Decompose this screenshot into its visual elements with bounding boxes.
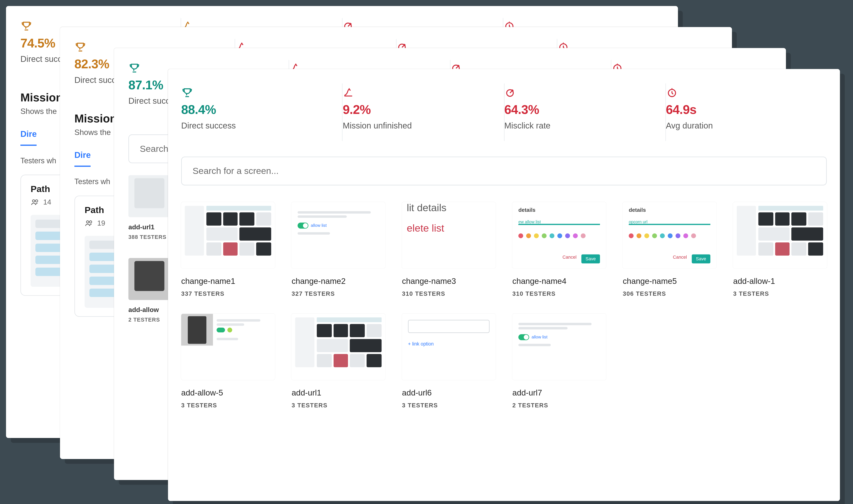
screen-thumbnail bbox=[128, 175, 170, 217]
screen-card[interactable]: add-url1 388 TESTERS bbox=[128, 175, 170, 240]
screen-name: add-allow bbox=[128, 306, 170, 313]
screen-thumbnail: allow list bbox=[512, 314, 606, 380]
screen-name: add-url1 bbox=[292, 388, 385, 397]
clock-icon bbox=[666, 87, 827, 99]
tester-count: 3 TESTERS bbox=[181, 402, 275, 409]
screen-name: add-url7 bbox=[512, 388, 606, 397]
tester-count: 3 TESTERS bbox=[292, 402, 385, 409]
screen-name: change-name3 bbox=[402, 276, 495, 286]
screen-card[interactable]: allow listadd-url72 TESTERS bbox=[512, 314, 606, 409]
screen-name: change-name5 bbox=[623, 276, 716, 286]
metric-value: 9.2% bbox=[343, 103, 504, 117]
tester-count: 2 TESTERS bbox=[128, 317, 170, 323]
tab-direct[interactable]: Dire bbox=[20, 129, 37, 146]
metric-direct-success: 88.4%Direct success bbox=[181, 83, 343, 141]
screen-name: add-allow-1 bbox=[733, 276, 827, 286]
trophy-icon bbox=[181, 87, 342, 99]
screen-card[interactable]: allow listchange-name2327 TESTERS bbox=[292, 202, 385, 297]
screen-thumbnail bbox=[181, 314, 275, 380]
screen-name: change-name1 bbox=[181, 276, 275, 286]
tab-direct[interactable]: Dire bbox=[74, 150, 91, 167]
screen-thumbnail bbox=[292, 314, 385, 380]
tester-count: 3 TESTERS bbox=[733, 290, 827, 297]
metric-mission-unfinished: 9.2%Mission unfinished bbox=[343, 83, 504, 141]
people-icon bbox=[31, 197, 40, 206]
screen-card[interactable]: change-name1337 TESTERS bbox=[181, 202, 275, 297]
screen-name: change-name2 bbox=[292, 276, 385, 286]
metric-label: Misclick rate bbox=[504, 121, 665, 130]
screen-thumbnail bbox=[733, 202, 827, 268]
tester-count: 2 TESTERS bbox=[512, 402, 606, 409]
screen-card[interactable]: detailsew allow listCancelSavechange-nam… bbox=[512, 202, 606, 297]
tester-count: 3 TESTERS bbox=[402, 402, 495, 409]
screen-thumbnail: allow list bbox=[292, 202, 385, 268]
metric-label: Avg duration bbox=[666, 121, 827, 130]
report-window-front: 88.4%Direct success9.2%Mission unfinishe… bbox=[168, 69, 840, 501]
screen-card[interactable]: add-allow-53 TESTERS bbox=[181, 314, 275, 409]
screen-card[interactable]: add-url13 TESTERS bbox=[292, 314, 385, 409]
metric-value: 64.3% bbox=[504, 103, 665, 117]
path-count: 19 bbox=[97, 219, 105, 227]
metric-label: Mission unfinished bbox=[343, 121, 504, 130]
people-icon bbox=[85, 218, 93, 228]
metric-value: 88.4% bbox=[181, 103, 342, 117]
bounce-icon bbox=[343, 87, 504, 99]
screen-card[interactable]: + link optionadd-url63 TESTERS bbox=[402, 314, 495, 409]
screen-card[interactable]: detailsopcorn urlCancelSavechange-name53… bbox=[623, 202, 716, 297]
screen-card[interactable]: lit detailselete listchange-name3310 TES… bbox=[402, 202, 495, 297]
screen-name: add-url1 bbox=[128, 223, 170, 231]
search-field[interactable] bbox=[181, 157, 827, 185]
metric-label: Direct success bbox=[181, 121, 342, 130]
target-icon bbox=[504, 87, 665, 99]
search-input[interactable] bbox=[193, 166, 815, 176]
metric-value: 64.9s bbox=[666, 103, 827, 117]
screen-thumbnail: detailsopcorn urlCancelSave bbox=[623, 202, 716, 268]
screen-name: add-allow-5 bbox=[181, 388, 275, 397]
tester-count: 310 TESTERS bbox=[402, 290, 495, 297]
metric-avg-duration: 64.9sAvg duration bbox=[666, 83, 827, 141]
screen-name: change-name4 bbox=[512, 276, 606, 286]
screen-thumbnail: + link option bbox=[402, 314, 495, 380]
tester-count: 388 TESTERS bbox=[128, 234, 170, 240]
tester-count: 310 TESTERS bbox=[512, 290, 606, 297]
metric-misclick-rate: 64.3%Misclick rate bbox=[504, 83, 666, 141]
tester-count: 327 TESTERS bbox=[292, 290, 385, 297]
screen-thumbnail: lit detailselete list bbox=[402, 202, 495, 268]
screen-card[interactable]: add-allow-13 TESTERS bbox=[733, 202, 827, 297]
tester-count: 306 TESTERS bbox=[623, 290, 716, 297]
screen-thumbnail bbox=[181, 202, 275, 268]
screen-thumbnail: detailsew allow listCancelSave bbox=[512, 202, 606, 268]
tester-count: 337 TESTERS bbox=[181, 290, 275, 297]
screen-name: add-url6 bbox=[402, 388, 495, 397]
path-count: 14 bbox=[43, 198, 51, 206]
screen-thumbnail bbox=[128, 258, 170, 300]
screen-card[interactable]: add-allow 2 TESTERS bbox=[128, 258, 170, 323]
